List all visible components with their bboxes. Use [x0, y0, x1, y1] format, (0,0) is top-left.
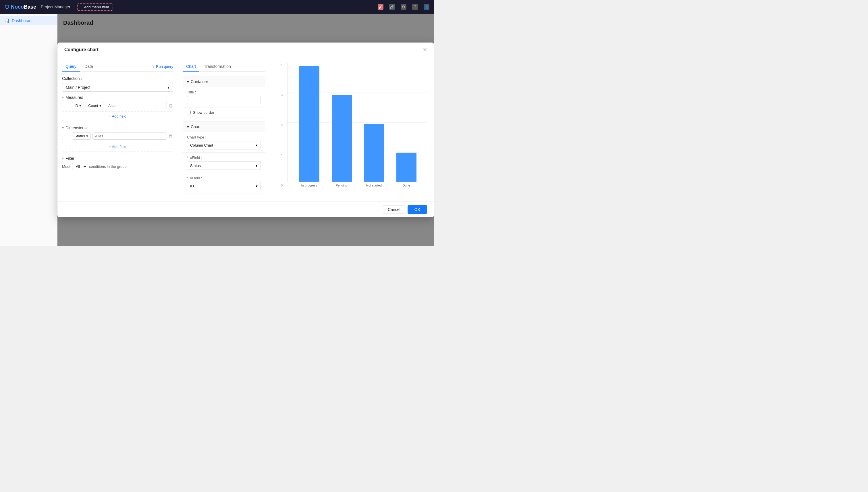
container-chevron: ▾ [187, 79, 189, 84]
dimensions-chevron: ▾ [62, 126, 64, 130]
user-icon[interactable]: 👤 [424, 4, 429, 10]
modal-body: Query Data ▷ Run query Collection : Main… [57, 57, 434, 201]
bar [332, 95, 352, 181]
chart-type-select[interactable]: Column Chart ▾ [187, 141, 261, 149]
measure-field-select[interactable]: ID ▾ [72, 102, 84, 109]
xfield-required: * [187, 155, 188, 160]
add-menu-button[interactable]: + Add menu item [77, 3, 113, 10]
container-section-header[interactable]: ▾ Container [183, 76, 265, 87]
paint-icon[interactable]: 🖌 [378, 4, 383, 10]
drag-handle[interactable]: ⋮⋮ [62, 103, 70, 108]
dimension-alias-input[interactable] [93, 132, 167, 140]
measures-add-field-button[interactable]: + Add field [62, 112, 173, 121]
y-axis-label: 1 [281, 153, 283, 157]
aggregate-chevron: ▾ [99, 103, 101, 108]
chart-y-labels: 43210 [276, 63, 284, 187]
measure-row: ⋮⋮ ID ▾ Count ▾ 🗑 [62, 102, 173, 109]
bar-group [329, 66, 355, 181]
tab-chart[interactable]: Chart [183, 62, 199, 72]
bar [299, 66, 320, 181]
chart-tabs: Chart Transformation [183, 62, 265, 72]
topnav-icons: 🖌 🔗 ⚙ ? 👤 [378, 4, 429, 10]
show-border-label: Show border [193, 110, 214, 115]
dimension-chevron: ▾ [86, 134, 88, 138]
settings-icon[interactable]: ⚙ [401, 4, 406, 10]
query-tabs: Query Data ▷ Run query [62, 62, 173, 72]
filter-section-header[interactable]: ▾ Filter [62, 156, 173, 161]
tab-data[interactable]: Data [81, 62, 97, 72]
project-name: Project Manager [41, 5, 70, 9]
container-label: Container [191, 79, 208, 84]
measures-label: Measures [66, 95, 83, 100]
x-axis-label: In progress [296, 183, 323, 187]
dimension-drag-handle[interactable]: ⋮⋮ [62, 134, 70, 139]
measure-alias-input[interactable] [106, 102, 167, 109]
collection-label: Collection : [62, 76, 173, 81]
cancel-button[interactable]: Cancel [383, 205, 405, 214]
dimension-field-select[interactable]: Status ▾ [72, 132, 91, 140]
meet-row: Meet All conditions in the group [62, 163, 173, 170]
show-border-checkbox[interactable] [187, 110, 191, 114]
dimensions-section-header[interactable]: ▾ Dimensions [62, 126, 173, 130]
x-axis-label: Pending [328, 183, 355, 187]
link-icon[interactable]: 🔗 [389, 4, 395, 10]
title-input[interactable] [187, 96, 261, 104]
y-axis-label: 0 [281, 183, 283, 187]
chart-type-label: Chart type : [187, 135, 261, 139]
dimensions-label: Dimensions [66, 126, 86, 130]
modal-footer: Cancel OK [57, 201, 434, 217]
yfield-label: * yField : [187, 176, 261, 180]
dimension-delete-button[interactable]: 🗑 [169, 133, 173, 139]
yfield-chevron: ▾ [256, 184, 258, 188]
chart-type-value: Column Chart [190, 143, 213, 147]
bar-group [296, 66, 323, 181]
logo-text: NocoBase [11, 4, 36, 10]
chart-section: ▾ Chart Chart type : Column Chart ▾ [183, 121, 265, 193]
bar-group [393, 66, 420, 181]
chart-type-field: Chart type : Column Chart ▾ [183, 132, 265, 152]
title-field: Title : [183, 87, 265, 107]
x-axis-label: Not started [361, 183, 387, 187]
dimensions-add-field-button[interactable]: + Add field [62, 142, 173, 151]
y-axis-label: 3 [281, 93, 283, 97]
collection-select[interactable]: Main / Project ▾ [62, 83, 173, 92]
title-field-label: Title : [187, 90, 261, 94]
chart-config-panel: Chart Transformation ▾ Container Title : [178, 57, 270, 201]
filter-label: Filter [66, 156, 74, 161]
xfield-value: Status [190, 164, 201, 168]
ok-button[interactable]: OK [408, 205, 427, 214]
measures-section-header[interactable]: ▾ Measures [62, 95, 173, 100]
measure-delete-button[interactable]: 🗑 [169, 103, 173, 108]
help-icon[interactable]: ? [412, 4, 418, 10]
yfield-select[interactable]: ID ▾ [187, 182, 261, 190]
modal-header: Configure chart ✕ [57, 43, 434, 57]
run-query-button[interactable]: ▷ Run query [152, 65, 173, 69]
main-content: Dashborad Configure chart ✕ Query Data [57, 14, 434, 246]
dashboard-icon: 📊 [5, 18, 9, 23]
page-layout: 📊 Dashborad Dashborad Configure chart ✕ [0, 14, 434, 246]
bar-group [361, 66, 387, 181]
chart-section-label: Chart [191, 124, 201, 129]
sidebar-item-label: Dashborad [12, 18, 32, 23]
tab-query[interactable]: Query [62, 62, 80, 72]
sidebar-item-dashboard[interactable]: 📊 Dashborad [0, 16, 57, 25]
modal-close-button[interactable]: ✕ [423, 47, 427, 52]
configure-chart-modal: Configure chart ✕ Query Data ▷ Run query… [57, 43, 434, 217]
chart-section-header[interactable]: ▾ Chart [183, 122, 265, 132]
meet-select[interactable]: All [72, 163, 87, 170]
show-border-row: Show border [183, 107, 265, 118]
yfield-value: ID [190, 184, 194, 188]
chart-container: 43210 In progressPendingNot startedDone [276, 63, 428, 196]
collection-value: Main / Project [66, 85, 91, 90]
xfield-label: * xField : [187, 155, 261, 160]
yfield-field: * yField : ID ▾ [183, 173, 265, 193]
modal-title: Configure chart [64, 47, 99, 52]
filter-chevron: ▾ [62, 156, 64, 161]
logo: ⬡ NocoBase [5, 4, 36, 10]
y-axis-label: 2 [281, 123, 283, 127]
xfield-select[interactable]: Status ▾ [187, 162, 261, 170]
measure-aggregate-select[interactable]: Count ▾ [85, 102, 104, 109]
tab-transformation[interactable]: Transformation [201, 62, 234, 72]
measures-chevron: ▾ [62, 95, 64, 99]
field-chevron: ▾ [79, 103, 81, 108]
